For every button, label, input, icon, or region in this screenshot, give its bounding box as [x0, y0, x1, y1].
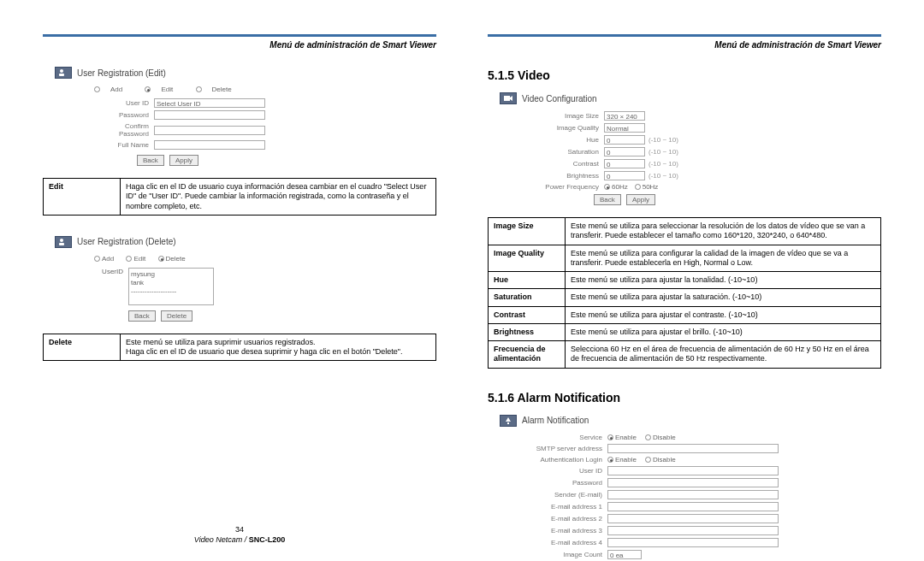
text-field[interactable]: 0 ea: [607, 550, 642, 559]
subheading-label: Video Configuration: [522, 94, 597, 103]
field-label: User ID: [522, 467, 607, 475]
svg-marker-5: [510, 96, 512, 101]
radio-icon[interactable]: [645, 434, 651, 440]
radio-icon: [126, 256, 132, 262]
field-label: Contrast: [539, 160, 604, 168]
text-field[interactable]: Select User ID: [154, 98, 265, 108]
section-video: 5.1.5 Video: [488, 68, 881, 82]
form-row: E-mail address 1: [522, 502, 881, 511]
edit-definition-table: Edit Haga clic en el ID de usuario cuya …: [43, 178, 436, 216]
text-field[interactable]: [154, 140, 265, 150]
user-reg-delete-form: Add Edit Delete UserID mysung tank -----…: [94, 255, 436, 322]
radio-icon: [158, 256, 164, 262]
text-field[interactable]: [607, 514, 779, 523]
header-rule: [488, 34, 881, 37]
page-footer: 34 Video Netcam / SNC-L200: [43, 525, 436, 544]
userid-label: UserID: [94, 268, 128, 275]
term-cell: Image Size: [489, 218, 566, 245]
field-label: E-mail address 4: [522, 539, 607, 546]
term-cell: Hue: [489, 272, 566, 289]
form-row: Sender (E-mail): [522, 490, 881, 499]
radio-icon[interactable]: [607, 434, 613, 440]
text-field[interactable]: 0: [604, 147, 645, 156]
form-row: User ID: [522, 466, 881, 475]
page-number: 34: [43, 525, 436, 534]
form-row: Image Count0 ea: [522, 550, 881, 559]
alarm-form: ServiceEnableDisableSMTP server addressA…: [522, 434, 881, 562]
text-field[interactable]: [607, 478, 779, 487]
page-right: Menú de administración de Smart Viewer 5…: [488, 34, 881, 544]
delete-button[interactable]: Delete: [161, 310, 192, 322]
apply-button[interactable]: Apply: [626, 194, 655, 205]
radio-icon: [635, 184, 641, 190]
text-field[interactable]: [154, 126, 265, 135]
apply-button[interactable]: Apply: [169, 155, 198, 166]
text-field[interactable]: [607, 444, 779, 453]
text-field[interactable]: 0: [604, 159, 645, 168]
form-row: Authentication LoginEnableDisable: [522, 456, 881, 464]
subheading-user-reg-edit: User Registration (Edit): [55, 67, 436, 79]
header-left: Menú de administración de Smart Viewer: [43, 40, 436, 50]
field-label: Brightness: [539, 172, 604, 180]
header-right: Menú de administración de Smart Viewer: [488, 40, 881, 50]
svg-rect-3: [59, 243, 64, 245]
term-cell: Frecuencia de alimentación: [489, 341, 566, 369]
form-row: SMTP server address: [522, 444, 881, 453]
field-label: Password: [94, 111, 154, 119]
text-field[interactable]: [607, 538, 779, 547]
video-definition-table: Image SizeEste menú se utiliza para sele…: [488, 217, 881, 369]
term-cell: Saturation: [489, 289, 566, 306]
text-field[interactable]: 0: [604, 171, 645, 180]
form-row: E-mail address 3: [522, 526, 881, 535]
field-label: Confirm Password: [94, 122, 154, 138]
video-config-form: Image Size320 × 240Image QualityNormalHu…: [539, 111, 881, 205]
desc-cell: Selecciona 60 Hz en el área de frecuenci…: [566, 341, 881, 369]
subheading-label: User Registration (Delete): [77, 237, 176, 246]
subheading-video-config: Video Configuration: [500, 92, 881, 104]
form-row: Full Name: [94, 140, 436, 150]
form-row: Contrast0(-10 ~ 10): [539, 159, 881, 168]
back-button[interactable]: Back: [594, 194, 621, 205]
page-left: Menú de administración de Smart Viewer U…: [43, 34, 436, 544]
form-row: Image Size320 × 240: [539, 111, 881, 121]
text-field[interactable]: [154, 110, 265, 120]
desc-cell: Este menú se utiliza para ajustar el con…: [566, 306, 881, 323]
user-listbox[interactable]: mysung tank --------------------: [128, 268, 214, 305]
back-button[interactable]: Back: [128, 310, 156, 322]
text-field[interactable]: [607, 526, 779, 535]
svg-point-2: [60, 239, 63, 242]
term-cell: Edit: [44, 179, 121, 216]
desc-cell: Este menú se utiliza para ajustar la sat…: [566, 289, 881, 306]
radio-label: Enable: [615, 456, 637, 464]
subheading-user-reg-delete: User Registration (Delete): [55, 236, 436, 248]
term-cell: Delete: [44, 334, 121, 361]
form-row: Password: [522, 478, 881, 487]
text-field[interactable]: 0: [604, 135, 645, 145]
desc-cell: Este menú se utiliza para suprimir usuar…: [121, 334, 436, 361]
text-field[interactable]: 320 × 240: [604, 111, 645, 121]
desc-cell: Este menú se utiliza para seleccionar la…: [566, 218, 881, 245]
field-label: Image Count: [522, 551, 607, 558]
user-icon: [55, 67, 72, 79]
back-button[interactable]: Back: [137, 155, 164, 166]
text-field[interactable]: Normal: [604, 123, 645, 133]
user-icon: [55, 236, 72, 248]
svg-rect-1: [59, 74, 64, 76]
radio-icon: [604, 184, 610, 190]
text-field[interactable]: [607, 502, 779, 511]
term-cell: Brightness: [489, 323, 566, 340]
header-rule: [43, 34, 436, 37]
text-field[interactable]: [607, 490, 779, 499]
desc-cell: Este menú se utiliza para ajustar el bri…: [566, 323, 881, 340]
form-row: E-mail address 4: [522, 538, 881, 547]
section-alarm: 5.1.6 Alarm Notification: [488, 391, 881, 405]
term-cell: Image Quality: [489, 245, 566, 272]
delete-definition-table: Delete Este menú se utiliza para suprimi…: [43, 334, 436, 362]
radio-icon[interactable]: [607, 457, 613, 463]
radio-icon[interactable]: [645, 457, 651, 463]
text-field[interactable]: [607, 466, 779, 475]
term-cell: Contrast: [489, 306, 566, 323]
form-buttons: Back Apply: [137, 155, 436, 166]
desc-cell: Haga clic en el ID de usuario cuya infor…: [121, 179, 436, 216]
form-row: User IDSelect User ID: [94, 98, 436, 108]
